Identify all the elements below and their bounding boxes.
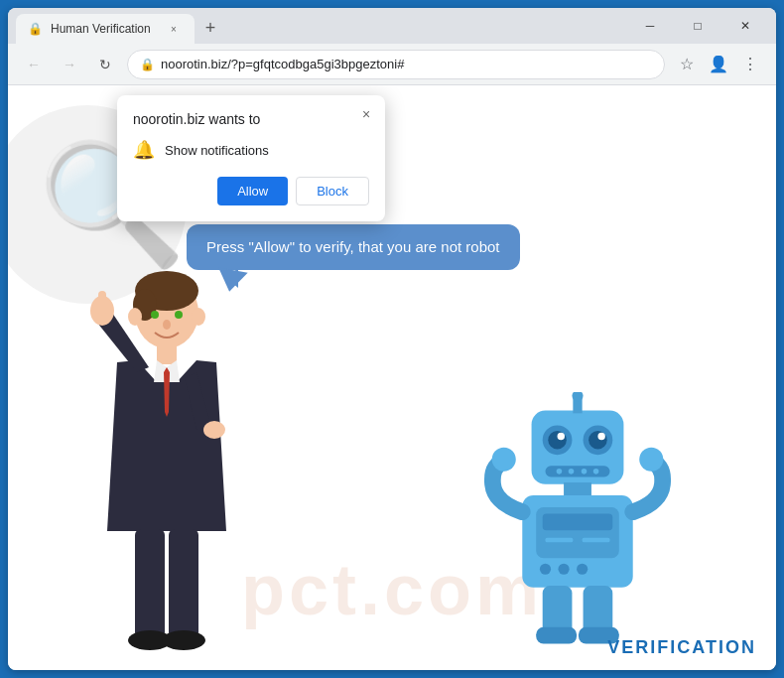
svg-point-39 [492,448,516,472]
close-button[interactable]: ✕ [722,8,768,44]
svg-point-23 [558,433,565,440]
new-tab-button[interactable]: + [196,14,224,42]
svg-rect-13 [169,529,198,638]
address-actions: ☆ 👤 ⋮ [673,51,764,78]
svg-point-37 [559,564,570,575]
svg-point-24 [597,433,604,440]
speech-bubble: Press "Allow" to verify, that you are no… [187,224,520,270]
speech-bubble-text: Press "Allow" to verify, that you are no… [206,238,500,255]
svg-point-28 [582,469,588,475]
permission-popup: × noorotin.biz wants to 🔔 Show notificat… [117,95,385,221]
svg-rect-34 [546,538,574,543]
menu-button[interactable]: ⋮ [736,51,764,78]
tab-bar: 🔒 Human Verification × + [16,8,627,44]
svg-point-38 [577,564,588,575]
profile-button[interactable]: 👤 [705,51,732,78]
popup-close-button[interactable]: × [355,103,377,125]
maximize-button[interactable]: □ [675,8,720,44]
block-button[interactable]: Block [296,177,369,205]
person-figure [67,253,266,670]
svg-point-27 [569,469,575,475]
minimize-button[interactable]: ─ [627,8,673,44]
popup-notification-text: Show notifications [165,143,269,158]
page-content: pct.com 🔍 Press "Allow" to verify, that … [8,85,776,670]
svg-point-40 [639,448,663,472]
browser-window: 🔒 Human Verification × + ─ □ ✕ ← → ↻ 🔒 n… [8,8,776,670]
svg-point-26 [557,469,563,475]
address-bar: ← → ↻ 🔒 noorotin.biz/?p=gfqtcodbga5gi3bp… [8,44,776,85]
svg-rect-35 [583,538,610,543]
svg-point-3 [128,308,142,326]
popup-title: noorotin.biz wants to [133,111,369,127]
refresh-button[interactable]: ↻ [91,51,119,78]
svg-rect-8 [157,344,177,364]
back-button[interactable]: ← [20,51,48,78]
forward-button[interactable]: → [56,51,83,78]
robot-figure [478,392,677,650]
person-svg [67,253,266,670]
verification-label: VERIFICATION [607,637,756,658]
svg-rect-43 [536,627,577,644]
active-tab[interactable]: 🔒 Human Verification × [16,14,195,44]
url-text: noorotin.biz/?p=gfqtcodbga5gi3bpgeztoni# [161,57,652,71]
svg-point-6 [175,311,183,319]
tab-close-button[interactable]: × [165,20,183,38]
svg-point-15 [162,630,205,650]
svg-point-21 [548,431,567,450]
svg-point-11 [203,421,225,439]
allow-button[interactable]: Allow [217,177,288,205]
popup-buttons: Allow Block [133,177,369,205]
svg-point-36 [540,564,551,575]
svg-rect-30 [564,482,591,496]
url-bar[interactable]: 🔒 noorotin.biz/?p=gfqtcodbga5gi3bpgezton… [127,50,665,79]
svg-point-29 [593,469,599,475]
robot-svg [478,392,677,650]
window-controls: ─ □ ✕ [627,8,768,44]
svg-point-22 [588,431,607,450]
svg-rect-10 [98,291,106,316]
svg-rect-33 [543,514,613,531]
tab-title: Human Verification [51,22,157,36]
bookmark-button[interactable]: ☆ [673,51,701,78]
popup-notification-row: 🔔 Show notifications [133,139,369,161]
tab-favicon: 🔒 [28,22,43,36]
svg-point-7 [163,320,171,330]
svg-point-5 [151,311,159,319]
svg-point-4 [192,308,205,326]
bell-icon: 🔔 [133,139,155,161]
svg-rect-25 [546,466,610,476]
title-bar: 🔒 Human Verification × + ─ □ ✕ [8,8,776,44]
lock-icon: 🔒 [140,58,155,71]
svg-rect-12 [135,529,165,638]
